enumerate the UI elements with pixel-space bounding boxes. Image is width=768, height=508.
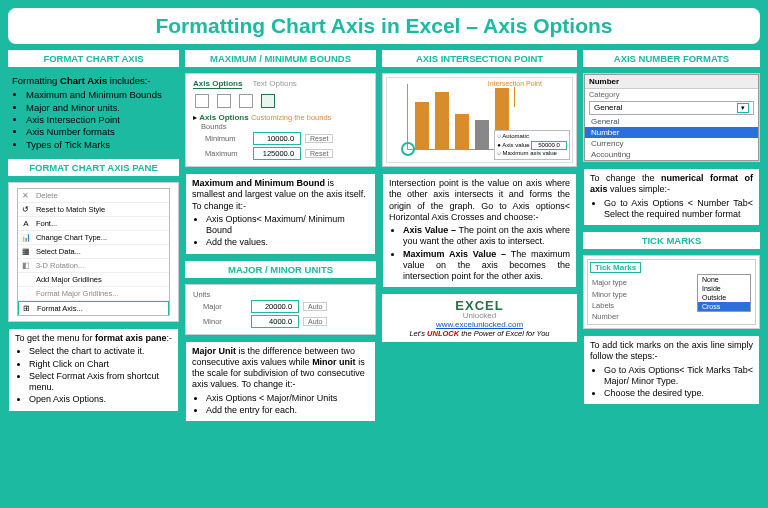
major-unit-input[interactable]: 20000.0 [251, 300, 299, 313]
header-units: MAJOR / MINOR UNITS [185, 261, 376, 278]
axis-icon: ⊞ [22, 304, 32, 314]
intro-card: Formatting Chart Axis includes:- Maximum… [8, 73, 179, 153]
tickopt-inside[interactable]: Inside [698, 284, 750, 293]
footer-link[interactable]: www.excelunlocked.com [436, 320, 523, 329]
header-intersection: AXIS INTERSECTION POINT [382, 50, 577, 67]
ctx-reset[interactable]: ↺Reset to Match Style [18, 203, 169, 217]
ctx-change-chart[interactable]: 📊Change Chart Type... [18, 231, 169, 245]
tick-marks-mock: Tick Marks Major type None▾ Minor type L… [583, 255, 760, 329]
title-bar: Formatting Chart Axis in Excel – Axis Op… [8, 8, 760, 44]
numopt-accounting[interactable]: Accounting [585, 149, 758, 160]
ctx-3d: ◧3-D Rotation... [18, 259, 169, 273]
ctx-font[interactable]: AFont... [18, 217, 169, 231]
number-format-card: To change the numerical format of axis v… [583, 168, 760, 226]
footer-logo: EXCEL Unlocked www.excelunlocked.com Let… [382, 294, 577, 342]
delete-icon: ✕ [21, 191, 31, 201]
ctx-format-gridlines: Format Major Gridlines... [18, 287, 169, 301]
axis-crosses-legend: ○ Automatic ● Axis value 50000.0 ○ Maxim… [494, 130, 570, 160]
numopt-currency[interactable]: Currency [585, 138, 758, 149]
ctx-select-data[interactable]: ▦Select Data... [18, 245, 169, 259]
header-number-formats: AXIS NUMBER FORMATS [583, 50, 760, 67]
dropdown-arrow-icon[interactable]: ▾ [737, 103, 749, 113]
ctx-add-gridlines[interactable]: Add Major Gridlines [18, 273, 169, 287]
size-icon[interactable] [239, 94, 253, 108]
chart-type-icon: 📊 [21, 233, 31, 243]
reset-max-button[interactable]: Reset [305, 149, 333, 158]
tickopt-cross[interactable]: Cross [698, 302, 750, 311]
intersection-card: Intersection point is the value on axis … [382, 173, 577, 288]
ctx-format-axis[interactable]: ⊞Format Axis... [18, 301, 169, 315]
fill-icon[interactable] [195, 94, 209, 108]
context-menu-mock: ✕Delete ↺Reset to Match Style AFont... 📊… [8, 182, 179, 322]
bounds-card: Maximum and Minimum Bound is smallest an… [185, 173, 376, 255]
effects-icon[interactable] [217, 94, 231, 108]
numopt-general[interactable]: General [585, 116, 758, 127]
tick-marks-card: To add tick marks on the axis line simpl… [583, 335, 760, 405]
header-format-pane: FORMAT CHART AXIS PANE [8, 159, 179, 176]
number-dropdown-mock: Number Category General▾ General Number … [583, 73, 760, 162]
pane-instructions-card: To get the menu for format axis pane:- S… [8, 328, 179, 412]
axis-options-icon[interactable] [261, 94, 275, 108]
tab-axis-options[interactable]: Axis Options [193, 79, 242, 89]
reset-icon: ↺ [21, 205, 31, 215]
select-data-icon: ▦ [21, 247, 31, 257]
units-card: Major Unit is the difference between two… [185, 341, 376, 423]
header-format-chart-axis: FORMAT CHART AXIS [8, 50, 179, 67]
max-bound-input[interactable]: 125000.0 [253, 147, 301, 160]
units-mock: Units Major 20000.0 Auto Minor 4000.0 Au… [185, 284, 376, 335]
header-tick-marks: TICK MARKS [583, 232, 760, 249]
origin-highlight-icon [401, 142, 415, 156]
tick-type-menu: None Inside Outside Cross [697, 274, 751, 312]
tickopt-none[interactable]: None [698, 275, 750, 284]
ctx-delete[interactable]: ✕Delete [18, 189, 169, 203]
reset-min-button[interactable]: Reset [305, 134, 333, 143]
font-icon: A [21, 219, 31, 229]
minor-unit-input[interactable]: 4000.0 [251, 315, 299, 328]
header-bounds: MAXIMUM / MINIMUM BOUNDS [185, 50, 376, 67]
tickopt-outside[interactable]: Outside [698, 293, 750, 302]
axis-options-bounds-mock: Axis Options Text Options ▸ Axis Options… [185, 73, 376, 167]
tab-text-options[interactable]: Text Options [252, 79, 296, 89]
chart-mock: Intersection Point ○ Automatic ● Axis va… [382, 73, 577, 167]
min-bound-input[interactable]: 10000.0 [253, 132, 301, 145]
numopt-number[interactable]: Number [585, 127, 758, 138]
cube-icon: ◧ [21, 261, 31, 271]
page-title: Formatting Chart Axis in Excel – Axis Op… [18, 14, 750, 38]
